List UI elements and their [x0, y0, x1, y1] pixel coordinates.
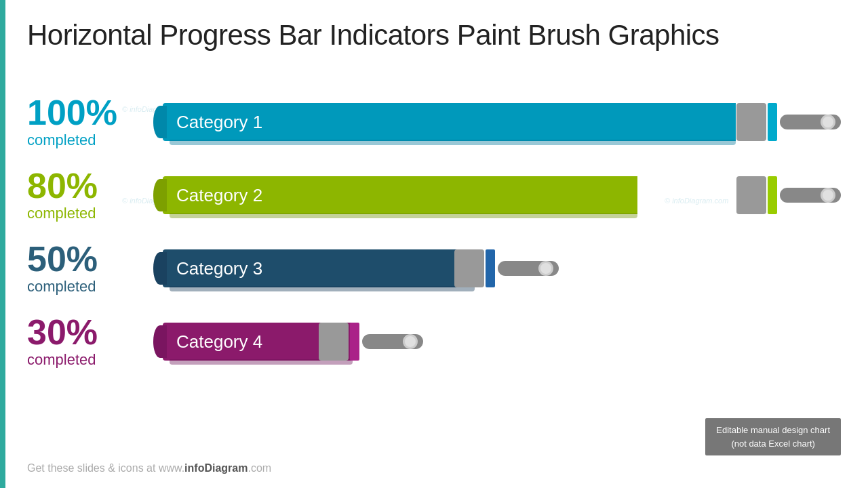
- badge-line1: Editable manual design chart: [716, 425, 830, 435]
- percentage-3: 50%: [27, 241, 163, 277]
- brush-bar-4: Category 4: [163, 317, 841, 366]
- brush-ferrule-2: [736, 176, 841, 214]
- badge-line2: (not data Excel chart): [731, 439, 815, 449]
- label-section-1: 100% completed: [27, 95, 163, 149]
- completed-3: completed: [27, 278, 163, 296]
- category-label-4: Category 4: [176, 331, 262, 352]
- category-label-2: Category 2: [176, 185, 262, 206]
- category-label-3: Category 3: [176, 258, 262, 279]
- percentage-4: 30%: [27, 314, 163, 350]
- bars-container: 100% completed Category 1 80% compl: [27, 95, 841, 388]
- ferrule-light-3: [486, 249, 495, 287]
- footer-suffix: .com: [248, 462, 271, 474]
- brush-handle-4: [362, 334, 423, 349]
- info-badge: Editable manual design chart (not data E…: [705, 418, 841, 455]
- bar-section-2: Category 2: [163, 171, 841, 220]
- completed-2: completed: [27, 205, 163, 222]
- ferrule-body-2: [736, 176, 766, 214]
- paint-stroke-1: Category 1: [163, 103, 736, 141]
- percentage-2: 80%: [27, 168, 163, 203]
- footer-prefix: Get these slides & icons at www.: [27, 462, 184, 474]
- bar-row-3: 50% completed Category 3: [27, 241, 841, 296]
- handle-end-2: [821, 188, 835, 203]
- handle-end-1: [821, 115, 835, 129]
- completed-4: completed: [27, 351, 163, 369]
- bar-row-4: 30% completed Category 4: [27, 314, 841, 369]
- brush-bar-3: Category 3: [163, 244, 841, 293]
- brush-handle-1: [780, 115, 841, 129]
- ferrule-body-3: [454, 249, 484, 287]
- category-label-1: Category 1: [176, 112, 262, 133]
- bar-row-2: 80% completed Category 2: [27, 168, 841, 222]
- brush-ferrule-4: [319, 323, 841, 361]
- page-title: Horizontal Progress Bar Indicators Paint…: [27, 19, 719, 52]
- ferrule-light-4: [350, 323, 359, 361]
- label-section-3: 50% completed: [27, 241, 163, 296]
- handle-end-4: [403, 334, 418, 349]
- left-accent-bar: [0, 0, 5, 488]
- brush-bar-1: Category 1: [163, 98, 841, 146]
- brush-handle-3: [498, 261, 559, 276]
- percentage-1: 100%: [27, 95, 163, 130]
- ferrule-body-1: [736, 103, 766, 141]
- ferrule-light-1: [768, 103, 777, 141]
- bar-section-1: Category 1: [163, 98, 841, 146]
- handle-end-3: [538, 261, 553, 276]
- brush-ferrule-1: [736, 103, 841, 141]
- bar-section-3: Category 3: [163, 244, 841, 293]
- completed-1: completed: [27, 131, 163, 149]
- label-section-2: 80% completed: [27, 168, 163, 222]
- ferrule-body-4: [319, 323, 349, 361]
- footer: Get these slides & icons at www.infoDiag…: [27, 462, 271, 474]
- footer-brand: infoDiagram: [184, 462, 248, 474]
- paint-stroke-2: Category 2: [163, 176, 637, 214]
- paint-stroke-3: Category 3: [163, 249, 475, 287]
- ferrule-light-2: [768, 176, 777, 214]
- bar-row-1: 100% completed Category 1: [27, 95, 841, 149]
- bar-section-4: Category 4: [163, 317, 841, 366]
- label-section-4: 30% completed: [27, 314, 163, 369]
- brush-ferrule-3: [454, 249, 841, 287]
- brush-handle-2: [780, 188, 841, 203]
- brush-bar-2: Category 2: [163, 171, 841, 220]
